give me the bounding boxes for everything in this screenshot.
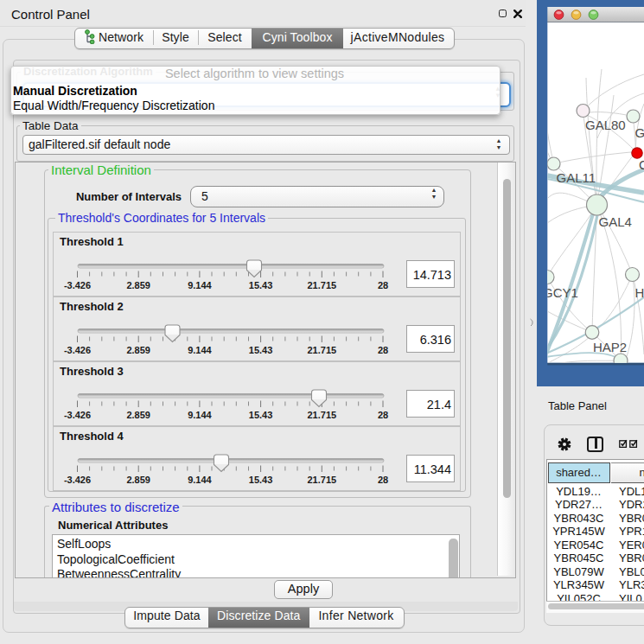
svg-text:GAL4: GAL4	[599, 214, 632, 229]
svg-text:9.144: 9.144	[188, 280, 212, 290]
svg-text:2.859: 2.859	[126, 410, 150, 420]
svg-text:21.715: 21.715	[307, 345, 336, 355]
svg-text:GA: GA	[635, 125, 644, 140]
svg-text:21.715: 21.715	[307, 475, 336, 485]
svg-text:-3.426: -3.426	[64, 280, 91, 290]
svg-text:15.43: 15.43	[249, 280, 273, 290]
svg-text:21.715: 21.715	[307, 410, 336, 420]
svg-text:2.859: 2.859	[126, 280, 150, 290]
svg-text:15.43: 15.43	[249, 410, 273, 420]
svg-text:2.859: 2.859	[126, 475, 150, 485]
svg-text:-3.426: -3.426	[64, 410, 91, 420]
svg-text:21.715: 21.715	[307, 280, 336, 290]
svg-text:GCY1: GCY1	[543, 285, 578, 300]
svg-text:28: 28	[378, 475, 388, 485]
svg-text:GAL11: GAL11	[557, 170, 596, 185]
svg-text:28: 28	[378, 345, 388, 355]
svg-text:9.144: 9.144	[188, 345, 212, 355]
svg-text:GAL80: GAL80	[585, 118, 626, 132]
svg-text:C: C	[639, 157, 644, 172]
svg-text:15.43: 15.43	[249, 475, 273, 485]
svg-text:9.144: 9.144	[188, 475, 212, 485]
svg-text:H: H	[635, 285, 644, 300]
svg-text:HAP2: HAP2	[593, 340, 627, 354]
svg-text:2.859: 2.859	[126, 345, 150, 355]
svg-text:9.144: 9.144	[188, 410, 212, 420]
svg-text:28: 28	[378, 410, 388, 420]
svg-text:15.43: 15.43	[249, 345, 273, 355]
svg-text:-3.426: -3.426	[64, 475, 91, 485]
svg-text:-3.426: -3.426	[64, 345, 91, 355]
svg-text:28: 28	[378, 280, 388, 290]
